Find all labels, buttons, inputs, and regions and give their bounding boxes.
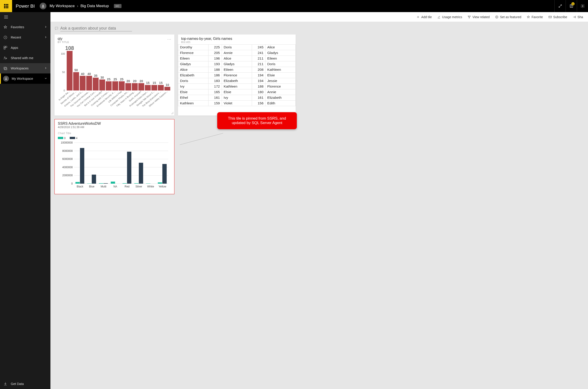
table-cell: Jessie	[265, 78, 296, 84]
chart-icon	[437, 15, 441, 19]
table-cell: 159	[208, 100, 222, 106]
table-cell: 172	[208, 84, 222, 89]
svg-text:Blue: Blue	[89, 185, 94, 188]
svg-text:0: 0	[63, 89, 65, 92]
svg-text:108: 108	[65, 46, 74, 51]
breadcrumb-workspace[interactable]: My Workspace	[50, 4, 75, 8]
share-icon	[573, 15, 576, 19]
table-row: Dorothy225Doris245Alice	[178, 45, 296, 50]
tile-ssrs-title: SSRS AdventureWorksDW	[58, 122, 171, 126]
table-row: Florence205Annie241Gladys	[178, 50, 296, 56]
qa-box[interactable]	[54, 24, 584, 34]
svg-rect-88	[104, 183, 108, 184]
download-icon	[3, 382, 8, 386]
svg-text:Multi: Multi	[101, 185, 106, 188]
svg-point-0	[42, 5, 44, 6]
svg-rect-99	[146, 183, 150, 184]
table-cell: Elizabeth	[222, 78, 252, 84]
svg-text:NA: NA	[113, 185, 117, 188]
table-cell: Annie	[265, 89, 296, 95]
svg-rect-24	[73, 72, 79, 91]
svg-text:50: 50	[62, 71, 65, 73]
notifications-button[interactable]: 1	[566, 0, 577, 12]
svg-rect-87	[99, 183, 103, 184]
table-cell: Florence	[222, 72, 252, 78]
table-row: Ivy172Kathleen188Florence	[178, 84, 296, 89]
table-row: Eileen196Alice211Eileen	[178, 56, 296, 61]
table-cell: Dorothy	[178, 45, 209, 50]
svg-point-11	[6, 77, 7, 79]
svg-text:15: 15	[159, 81, 163, 85]
table-cell: Alice	[178, 67, 209, 72]
nav-my-workspace[interactable]: My Workspace	[0, 73, 50, 84]
chevron-right-icon	[44, 66, 47, 70]
svg-text:40: 40	[81, 72, 84, 76]
nav-favorites[interactable]: Favorites	[0, 22, 50, 32]
settings-button[interactable]	[577, 0, 588, 12]
svg-point-14	[469, 17, 470, 18]
table-cell: 211	[252, 56, 265, 61]
svg-rect-36	[99, 79, 105, 91]
table-cell: Eileen	[222, 67, 252, 72]
qa-input[interactable]	[60, 26, 132, 31]
table-cell: 208	[252, 67, 265, 72]
person-icon	[41, 4, 45, 8]
svg-rect-103	[162, 164, 167, 184]
nav-get-data[interactable]: Get Data	[0, 379, 50, 389]
tile-menu-button[interactable]: ⋯	[167, 37, 172, 42]
svg-rect-17	[549, 16, 551, 18]
set-featured-button[interactable]: Set as featured	[492, 15, 524, 19]
svg-rect-39	[106, 81, 112, 91]
table-cell: 186	[208, 72, 222, 78]
cmd-subscribe-label: Subscribe	[553, 15, 567, 19]
svg-rect-54	[138, 83, 144, 91]
svg-text:25: 25	[107, 77, 110, 81]
featured-icon	[495, 15, 499, 19]
usage-metrics-button[interactable]: Usage metrics	[435, 15, 465, 19]
svg-text:25: 25	[113, 77, 117, 81]
table-cell: 188	[208, 67, 222, 72]
table-cell: 165	[208, 89, 222, 95]
svg-rect-48	[125, 83, 131, 91]
svg-rect-102	[158, 183, 162, 184]
svg-rect-94	[127, 152, 131, 184]
nav-workspaces-label: Workspaces	[11, 66, 44, 70]
view-related-button[interactable]: View related	[465, 15, 492, 19]
legend-swatch-teal	[58, 137, 63, 139]
table-cell: 196	[208, 56, 222, 61]
svg-rect-81	[75, 182, 80, 184]
nav-shared[interactable]: Shared with me	[0, 53, 50, 63]
table-cell: Edith	[265, 100, 296, 106]
table-cell: 193	[208, 61, 222, 67]
user-avatar[interactable]	[40, 3, 46, 9]
tile-names-title: top-names-by-year, Girls names	[181, 37, 293, 41]
nav-collapse-button[interactable]	[0, 12, 50, 22]
svg-rect-10	[4, 68, 7, 70]
table-row: Doris183Elizabeth194Jessie	[178, 78, 296, 84]
table-cell: Florence	[178, 50, 209, 56]
table-cell: Elizabeth	[178, 72, 209, 78]
app-launcher-button[interactable]	[0, 0, 12, 12]
svg-rect-51	[132, 83, 138, 91]
nav-workspaces[interactable]: Workspaces	[0, 63, 50, 73]
nav-recent[interactable]: Recent	[0, 32, 50, 43]
add-tile-button[interactable]: Add tile	[414, 15, 435, 19]
fullscreen-button[interactable]	[554, 0, 566, 12]
svg-text:Black: Black	[77, 185, 83, 188]
favorite-button[interactable]: Favorite	[524, 15, 546, 19]
subscribe-button[interactable]: Subscribe	[546, 15, 570, 19]
svg-point-7	[4, 57, 5, 58]
resize-handle[interactable]	[171, 111, 174, 115]
tile-ssrs[interactable]: SSRS AdventureWorksDW 4/26/2018 1:51:39 …	[54, 119, 174, 194]
svg-text:20: 20	[140, 79, 143, 83]
share-button[interactable]: Sha	[570, 15, 586, 19]
tile-qty[interactable]: qty BY TITLE ⋯ 050100108Is Anger the...5…	[54, 34, 174, 116]
nav-apps[interactable]: Apps	[0, 43, 50, 53]
svg-rect-30	[86, 76, 92, 91]
table-cell: 225	[208, 45, 222, 50]
table-row: Kathleen159Violet156Edith	[178, 100, 296, 106]
table-cell: Doris	[222, 45, 252, 50]
tile-names[interactable]: top-names-by-year, Girls names 011:U21 D…	[178, 34, 296, 116]
ssrs-chart: 0200000040000006000000800000010000000Bla…	[55, 142, 174, 192]
svg-rect-84	[87, 183, 91, 184]
